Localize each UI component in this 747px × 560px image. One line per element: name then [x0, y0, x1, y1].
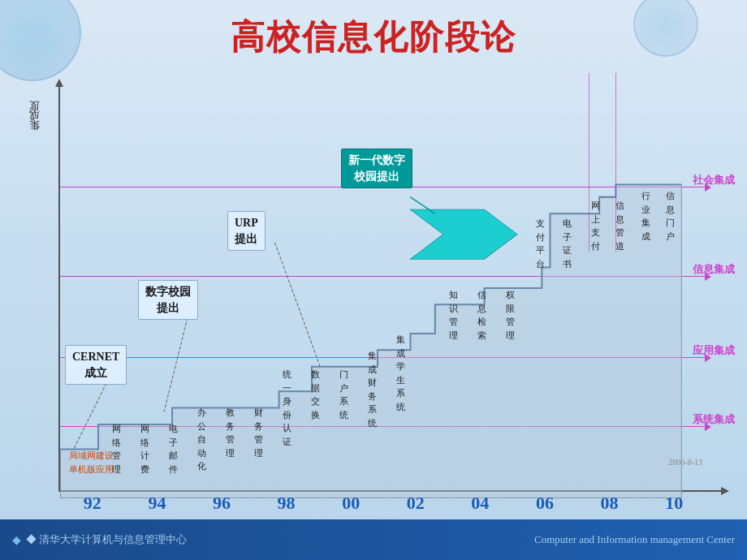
col-industry-integration: 行业集成: [641, 189, 650, 243]
year-06: 06: [512, 493, 577, 514]
chart-area: 集 成 度 社会集成 信息集成 应用集成 系统集成: [24, 69, 731, 515]
col-data-exchange: 数据交换: [311, 368, 320, 421]
year-02: 02: [383, 493, 448, 514]
col-student-integrated: 集成学生系统: [396, 333, 405, 413]
col-info-search: 信息检索: [477, 288, 486, 342]
year-94: 94: [125, 493, 190, 514]
year-92: 92: [60, 493, 125, 514]
col-separator-2: [615, 73, 616, 252]
col-oa: 办公自动化: [197, 406, 206, 473]
footer-left: ◆ 清华大学计算机与信息管理中心: [26, 532, 187, 547]
footer-right: Computer and Information management Cent…: [534, 533, 735, 546]
bottom-bar: ◆ ◆ 清华大学计算机与信息管理中心 Computer and Informat…: [0, 519, 747, 560]
nav-diamond: ◆: [12, 533, 21, 547]
local-area-label: 局域网建设单机版应用: [69, 449, 114, 476]
col-network-fee: 网络计费: [140, 422, 149, 476]
col-info-channel: 信息管道: [615, 199, 624, 252]
col-knowledge: 知识管理: [449, 288, 458, 342]
col-finance-mgmt: 财务管理: [254, 406, 263, 459]
col-separator-1: [589, 73, 589, 252]
year-10: 10: [641, 493, 706, 514]
year-timeline: 92 94 96 98 00 02 04 06 08 10: [60, 493, 706, 514]
year-08: 08: [577, 493, 642, 514]
col-ecert: 电子证书: [563, 217, 572, 270]
cernet-milestone: CERNET成立: [65, 345, 127, 385]
svg-line-4: [275, 243, 321, 367]
digital-campus-milestone: 数字校园提出: [138, 280, 198, 320]
col-online-payment: 网上支付: [591, 199, 600, 252]
col-unified-id: 统一身份认证: [283, 368, 291, 448]
col-finance-integrated: 集成财务系统: [368, 349, 377, 429]
col-info-portal: 信息门户: [666, 189, 675, 243]
year-96: 96: [189, 493, 254, 514]
urp-milestone: URP提出: [227, 211, 266, 251]
year-98: 98: [254, 493, 319, 514]
svg-marker-1: [410, 209, 517, 259]
staircase-chart: [24, 69, 731, 515]
col-payment-platform: 支付平台: [536, 217, 545, 270]
col-edu-mgmt: 教务管理: [226, 406, 235, 459]
newgen-milestone: 新一代数字校园提出: [341, 149, 412, 188]
svg-line-3: [164, 312, 188, 411]
year-04: 04: [448, 493, 513, 514]
col-email: 电子邮件: [169, 422, 178, 476]
date-stamp: 2006-8-13: [668, 458, 702, 467]
col-portal: 门户系统: [339, 368, 348, 421]
year-00: 00: [318, 493, 383, 514]
col-auth-mgmt: 权限管理: [506, 288, 515, 342]
slide: 高校信息化阶段论 集 成 度 社会集成 信息集成 应用集成 系统集成: [0, 0, 747, 560]
